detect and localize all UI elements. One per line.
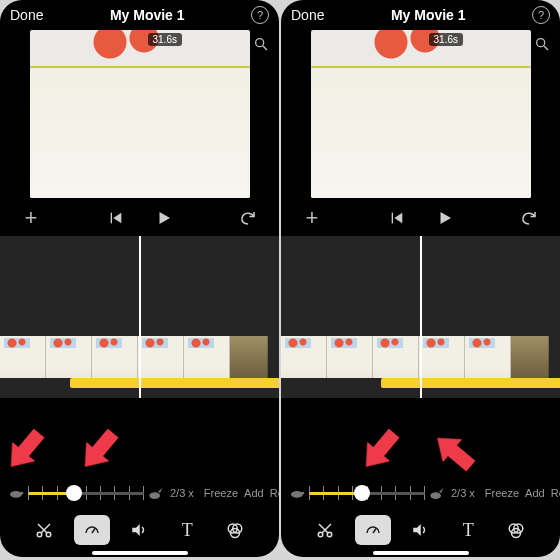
speed-label: 2/3 x xyxy=(170,487,194,499)
svg-marker-37 xyxy=(428,426,481,477)
add-media-icon[interactable]: + xyxy=(299,205,325,231)
freeze-button[interactable]: Freeze xyxy=(204,487,238,499)
svg-marker-32 xyxy=(414,524,422,536)
svg-marker-18 xyxy=(73,424,124,477)
video-preview[interactable]: 31.6s xyxy=(311,30,531,198)
home-indicator[interactable] xyxy=(373,551,469,555)
help-icon[interactable]: ? xyxy=(532,6,550,24)
add-button[interactable]: Add xyxy=(525,487,545,499)
project-title: My Movie 1 xyxy=(391,7,466,23)
add-media-icon[interactable]: + xyxy=(18,205,44,231)
svg-point-25 xyxy=(302,492,305,495)
video-preview[interactable]: 31.6s xyxy=(30,30,250,198)
rabbit-icon xyxy=(148,485,164,501)
phone-left: Done My Movie 1 ? 31.6s + xyxy=(0,0,279,557)
topbar: Done My Movie 1 ? xyxy=(281,0,560,28)
home-indicator[interactable] xyxy=(92,551,188,555)
turtle-icon xyxy=(8,485,24,501)
done-button[interactable]: Done xyxy=(291,7,324,23)
annotation-arrow xyxy=(428,426,481,477)
svg-marker-23 xyxy=(440,212,451,224)
undo-icon[interactable] xyxy=(235,205,261,231)
speed-overlay-bar xyxy=(70,378,279,388)
svg-marker-3 xyxy=(113,213,121,224)
filters-tool-icon[interactable] xyxy=(498,515,534,545)
filters-tool-icon[interactable] xyxy=(217,515,253,545)
help-icon[interactable]: ? xyxy=(251,6,269,24)
cut-tool-icon[interactable] xyxy=(26,515,62,545)
speed-tool-icon[interactable] xyxy=(74,515,110,545)
playhead[interactable] xyxy=(139,236,141,398)
titles-tool-icon[interactable]: T xyxy=(169,515,205,545)
duration-badge: 31.6s xyxy=(148,33,182,46)
freeze-button[interactable]: Freeze xyxy=(485,487,519,499)
svg-marker-36 xyxy=(354,424,405,477)
svg-line-1 xyxy=(263,46,267,50)
svg-line-12 xyxy=(92,529,95,534)
zoom-icon[interactable] xyxy=(534,36,550,56)
speed-slider[interactable] xyxy=(309,483,425,503)
play-icon[interactable] xyxy=(432,205,458,231)
titles-tool-icon[interactable]: T xyxy=(450,515,486,545)
svg-point-0 xyxy=(256,39,264,47)
volume-tool-icon[interactable] xyxy=(121,515,157,545)
turtle-icon xyxy=(289,485,305,501)
annotation-arrow xyxy=(73,424,124,477)
volume-tool-icon[interactable] xyxy=(402,515,438,545)
timeline[interactable] xyxy=(0,236,279,398)
speed-row: 2/3 x Freeze Add Reset xyxy=(0,479,279,507)
zoom-icon[interactable] xyxy=(253,36,269,56)
project-title: My Movie 1 xyxy=(110,7,185,23)
topbar: Done My Movie 1 ? xyxy=(0,0,279,28)
speed-slider[interactable] xyxy=(28,483,144,503)
speed-tool-icon[interactable] xyxy=(355,515,391,545)
svg-point-5 xyxy=(10,491,22,498)
cut-tool-icon[interactable] xyxy=(307,515,343,545)
reset-button[interactable]: Reset xyxy=(270,487,279,499)
svg-marker-13 xyxy=(133,524,141,536)
svg-point-26 xyxy=(430,492,441,499)
play-icon[interactable] xyxy=(151,205,177,231)
tool-toolbar: T xyxy=(281,511,560,549)
svg-rect-21 xyxy=(391,213,392,224)
undo-icon[interactable] xyxy=(516,205,542,231)
svg-point-7 xyxy=(149,492,160,499)
duration-badge: 31.6s xyxy=(429,33,463,46)
svg-rect-2 xyxy=(110,213,111,224)
skip-back-icon[interactable] xyxy=(103,205,129,231)
svg-marker-4 xyxy=(159,212,170,224)
rabbit-icon xyxy=(429,485,445,501)
playhead[interactable] xyxy=(420,236,422,398)
svg-point-24 xyxy=(291,491,303,498)
svg-point-19 xyxy=(537,39,545,47)
annotation-arrow xyxy=(354,424,405,477)
svg-point-6 xyxy=(21,492,24,495)
add-button[interactable]: Add xyxy=(244,487,264,499)
annotation-arrow xyxy=(0,424,51,477)
svg-marker-22 xyxy=(394,213,402,224)
phone-right: Done My Movie 1 ? 31.6s + xyxy=(281,0,560,557)
svg-line-20 xyxy=(544,46,548,50)
tool-toolbar: T xyxy=(0,511,279,549)
timeline[interactable] xyxy=(281,236,560,398)
speed-overlay-bar xyxy=(381,378,560,388)
svg-line-31 xyxy=(373,529,376,534)
skip-back-icon[interactable] xyxy=(384,205,410,231)
svg-marker-17 xyxy=(0,424,51,477)
speed-row: 2/3 x Freeze Add Reset xyxy=(281,479,560,507)
speed-knob[interactable] xyxy=(354,485,370,501)
done-button[interactable]: Done xyxy=(10,7,43,23)
speed-label: 2/3 x xyxy=(451,487,475,499)
reset-button[interactable]: Reset xyxy=(551,487,560,499)
speed-knob[interactable] xyxy=(66,485,82,501)
